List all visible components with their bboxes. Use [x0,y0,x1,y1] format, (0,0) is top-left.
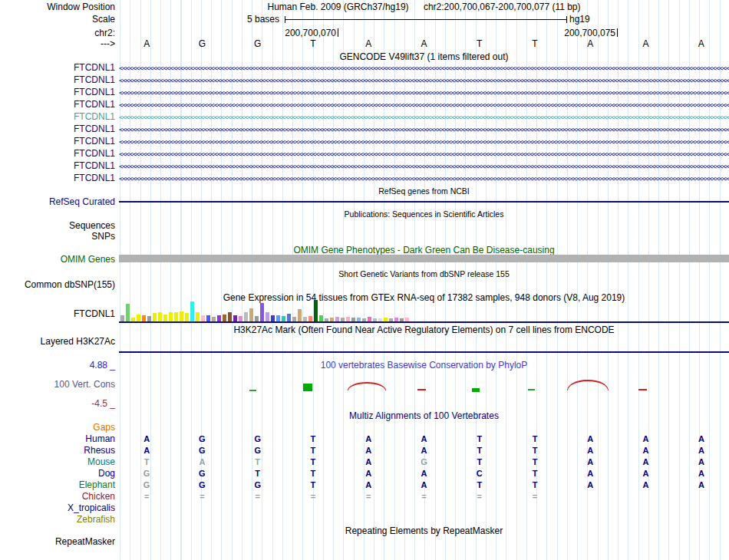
alignment-base: A [674,479,729,491]
alignment-base: A [396,468,451,479]
alignment-base: T [507,445,562,456]
alignment-base: G [230,433,285,445]
species-label-elephant[interactable]: Elephant [0,479,115,490]
alignment-base: A [174,456,229,468]
alignment-base: A [562,456,618,468]
alignment-base: T [452,445,507,456]
ucsc-genome-browser: Window Position Human Feb. 2009 (GRCh37/… [0,0,729,560]
alignment-base: G [230,479,285,491]
alignment-base: G [119,479,174,491]
alignment-base: T [285,479,341,491]
alignment-base: = [119,491,174,502]
species-label-rhesus[interactable]: Rhesus [0,445,115,456]
alignment-base: A [341,456,396,468]
alignment-base: A [341,468,396,479]
alignment-base: A [618,445,673,456]
multiz-alignment-track: GapsHumanAGGTAATTAAARhesusAGGTAATTAAAMou… [0,0,729,560]
alignment-base: T [452,479,507,491]
alignment-base: G [174,433,229,445]
alignment-base: A [396,479,451,491]
alignment-base: T [119,456,174,468]
species-label-dog[interactable]: Dog [0,468,115,479]
alignment-base: = [341,491,396,502]
alignment-base: G [230,445,285,456]
species-label-gaps[interactable]: Gaps [0,422,115,433]
species-label-chicken[interactable]: Chicken [0,491,115,502]
alignment-base: A [618,468,673,479]
alignment-base: A [341,479,396,491]
alignment-base: = [396,491,451,502]
alignment-base: G [119,468,174,479]
alignment-base: G [396,456,451,468]
species-label-x_tropicalis[interactable]: X_tropicalis [0,502,115,513]
alignment-base: T [230,456,285,468]
alignment-base: T [230,468,285,479]
alignment-base: A [119,445,174,456]
alignment-base: T [285,445,341,456]
repeatmasker-track-title: Repeating Elements by RepeatMasker [119,525,729,536]
alignment-base: A [562,445,618,456]
alignment-base: T [285,456,341,468]
alignment-base: A [674,445,729,456]
species-label-mouse[interactable]: Mouse [0,456,115,467]
alignment-base: A [341,433,396,445]
alignment-base: A [341,445,396,456]
alignment-base: A [618,479,673,491]
alignment-base: A [674,468,729,479]
alignment-base: A [674,456,729,468]
alignment-base: = [285,491,341,502]
alignment-base: A [119,433,174,445]
repeatmasker-track-label[interactable]: RepeatMasker [0,536,115,547]
species-label-zebrafish[interactable]: Zebrafish [0,514,115,525]
alignment-base: = [507,491,562,502]
alignment-base: T [507,456,562,468]
alignment-base: A [562,468,618,479]
alignment-base: T [507,468,562,479]
alignment-base: G [174,468,229,479]
alignment-base: G [174,445,229,456]
alignment-base: T [452,456,507,468]
alignment-base: T [285,433,341,445]
alignment-base: A [674,433,729,445]
alignment-base: = [174,491,229,502]
alignment-base: A [396,445,451,456]
species-label-human[interactable]: Human [0,433,115,444]
alignment-base: A [618,433,673,445]
alignment-base: T [452,433,507,445]
alignment-base: A [562,433,618,445]
alignment-base: T [285,468,341,479]
alignment-base: C [452,468,507,479]
alignment-base: A [562,479,618,491]
alignment-base: T [507,479,562,491]
alignment-base: T [507,433,562,445]
alignment-base: = [230,491,285,502]
alignment-base: G [174,479,229,491]
alignment-base: A [396,433,451,445]
alignment-base: A [618,456,673,468]
alignment-base: = [452,491,507,502]
